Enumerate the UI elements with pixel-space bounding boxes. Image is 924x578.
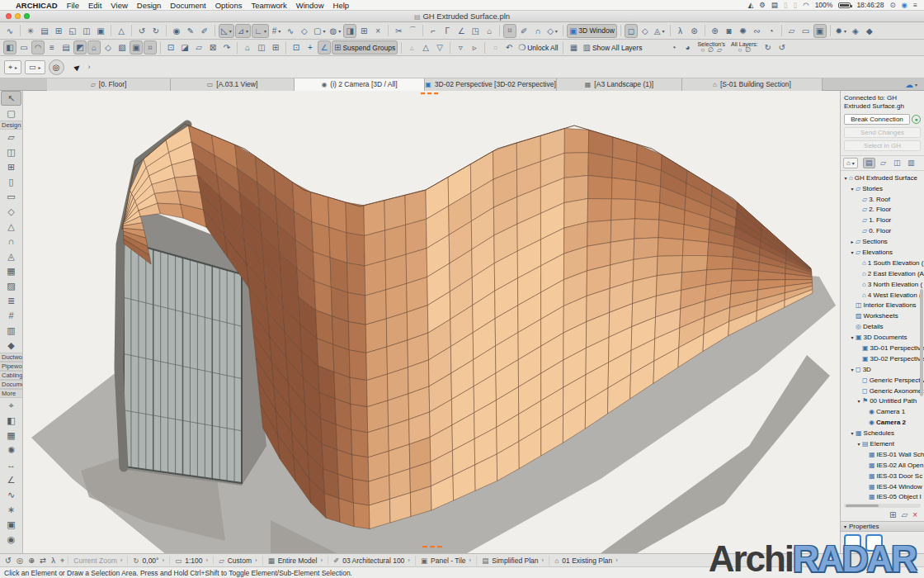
eye-level-icon[interactable]: ◔ [765,24,778,38]
filter-elements-icon[interactable]: ◨ [343,24,356,38]
hotspot-tool[interactable]: ∗ [0,502,22,517]
pen-segment[interactable]: ✐03 Architectural 100› [328,556,415,566]
tree-item-generic-axonomet[interactable]: ◻Generic Axonomet [842,386,924,396]
all-layers-group-icon-0[interactable]: ○ [738,47,742,54]
close-panel-icon[interactable]: × [371,24,384,38]
zone-display-icon[interactable]: ⌂ [87,40,101,54]
tree-vertical-scrollbar[interactable] [920,289,923,396]
renovation-segment[interactable]: ⌂01 Existing Plan› [549,556,623,566]
tree-item-0-floor[interactable]: ▱0. Floor [842,225,924,236]
layout-frame-icon[interactable]: ◳ [469,24,482,38]
shell-icon[interactable]: ∩ [531,24,544,38]
menu-teamwork[interactable]: Teamwork [251,1,286,10]
arrow-down-icon[interactable]: ▽ [433,40,446,54]
toolbox-section-more[interactable]: More [0,389,22,398]
gravity-icon[interactable]: ∿ [284,24,297,38]
orientation-segment[interactable]: ↻0,00°› [127,556,169,566]
sync-view-icon[interactable]: ◆ [863,24,876,38]
roof-tool[interactable]: △ [0,219,22,234]
eyedropper-icon[interactable]: ✎ [184,24,197,38]
layout-book-icon[interactable]: ◫ [255,40,268,54]
layers-undo-icon[interactable]: ↺ [776,40,789,54]
tree-item-3d-documents[interactable]: ▾▣3D Documents [842,332,924,343]
zone-tool[interactable]: ▨ [0,278,22,293]
look-to-icon[interactable]: ⊕ [709,24,722,38]
window-titlebar[interactable]: ▤GH Extruded Surface.pln [0,11,924,22]
dimension-tool[interactable]: ↔ [0,457,22,472]
marquee-mode-icon[interactable]: ▢▾ [312,24,327,38]
tab-floor[interactable]: ▱[0. Floor] [47,78,171,91]
tree-item-ies-02-all-open[interactable]: ▦IES-02 All Open [842,460,924,471]
project-chooser-button[interactable]: ⌂▾ [843,158,858,168]
tree-item-3-north-elevation[interactable]: ⌂3 North Elevation ( [842,279,924,290]
style-3d-icon[interactable]: ◬▾ [653,24,667,38]
multiply-icon[interactable]: ▣ [94,24,107,38]
drag-icon[interactable]: ⊞ [52,24,65,38]
window-3d-button[interactable]: ▣3D Window [567,24,617,38]
render-settings-icon[interactable]: ✹▾ [834,24,848,38]
favorite-swatch[interactable] [865,534,883,552]
tab-camera[interactable]: ◉(i) 2 Camera [3D / All] [295,78,425,91]
transform-icon[interactable]: ⊡ [164,40,177,54]
arrow-up-dim-icon[interactable]: ▵ [405,40,418,54]
toolbox-section-design[interactable]: Design [0,121,22,130]
wall-tool[interactable]: ▱ [0,130,22,144]
tree-item-generic-perspectiv[interactable]: ◻Generic Perspectiv [842,375,924,386]
filter-3d-icon[interactable]: ◻ [625,24,638,38]
pen-set-segment[interactable]: ▱Custom› [213,556,262,566]
menu-design[interactable]: Design [137,1,162,10]
orbit-icon[interactable]: ⊛ [688,24,701,38]
spotlight-icon[interactable]: ⊙ [889,1,895,9]
delete-icon[interactable]: × [912,510,917,519]
fit-icon[interactable]: ⌖ [60,556,64,566]
pick-up-parameters-icon[interactable]: ◉ [170,24,183,38]
tab-section[interactable]: ⌂[S-01 Building Section] [682,78,823,91]
crop-icon[interactable]: ⊠ [206,40,219,54]
favorites-icon[interactable]: ✳ [24,24,37,38]
zoom-icon[interactable]: ⊕ [28,556,35,566]
zoom-segment[interactable]: Current Zoom› [68,556,127,566]
orbit-icon[interactable]: ↺ [5,556,12,566]
tab-3d-doc[interactable]: ▣3D-02 Perspective [3D-02 Perspective] [425,78,557,91]
column-tool[interactable]: ▯ [0,174,22,189]
expand-icon[interactable]: ▹ [468,40,481,54]
marker-display-icon[interactable]: ◇ [101,40,115,54]
editing-plane-icon[interactable]: ◇ [298,24,311,38]
tree-item-3d[interactable]: ▾◻3D [842,364,924,375]
toolbox-section-docume[interactable]: Docume [0,380,22,389]
mirror-icon[interactable]: ◫ [80,24,93,38]
layout-book-mode[interactable]: ◫ [891,158,903,168]
tree-item-ies-04-window[interactable]: ▦IES-04 Window [842,481,924,492]
sketch-icon[interactable]: ✐ [517,24,530,38]
infobar-chevron[interactable]: › [88,63,91,71]
section-marker-icon[interactable]: ⌐ [427,24,440,38]
tree-item-ies-05-object-i[interactable]: ▦IES-05 Object I [842,492,924,503]
window-tool[interactable]: ⊞ [0,159,22,174]
select-all-icon[interactable]: ⊡ [290,40,303,54]
curtain-wall-tool[interactable]: ▥ [0,323,22,338]
wall-display-icon[interactable]: ◧ [3,40,16,54]
selections-group-icon-0[interactable]: ○ [700,47,705,54]
mesh-display-icon[interactable]: ▤ [59,40,73,54]
tree-item-2-floor[interactable]: ▱2. Floor [842,204,924,215]
tree-item-00-untitled-path[interactable]: ▾⚑00 Untitled Path [842,396,924,406]
shell-tool[interactable]: ∩ [0,234,22,249]
lamp-tool[interactable]: ✺ [0,443,22,457]
tab-layout[interactable]: ▦[A3 Landscape (1)] [557,78,682,91]
element-table-icon[interactable]: ⊞ [357,24,370,38]
slab-tool[interactable]: ◇ [0,204,22,219]
menu-help[interactable]: Help [333,1,350,10]
selections-group-icon-1[interactable]: ∅ [708,47,714,54]
selection-settings[interactable]: ⌖▸ [4,60,21,74]
menu-document[interactable]: Document [170,1,205,10]
publisher-mode[interactable]: ▥ [905,158,917,168]
layers-redo-icon[interactable]: ↻ [761,40,775,54]
viewport-3d[interactable] [23,91,840,553]
fillet-icon[interactable]: ⌒ [406,24,419,38]
mesh-tool[interactable]: ▦ [0,263,22,278]
cutplane-icon[interactable]: ◇ [639,24,652,38]
adjust-icon[interactable]: △ [115,24,128,38]
morph-tool[interactable]: ◬ [0,249,22,263]
toolbox-section-cabling[interactable]: Cabling [0,371,22,380]
snap-guides-icon[interactable]: ⊿▾ [235,24,251,38]
